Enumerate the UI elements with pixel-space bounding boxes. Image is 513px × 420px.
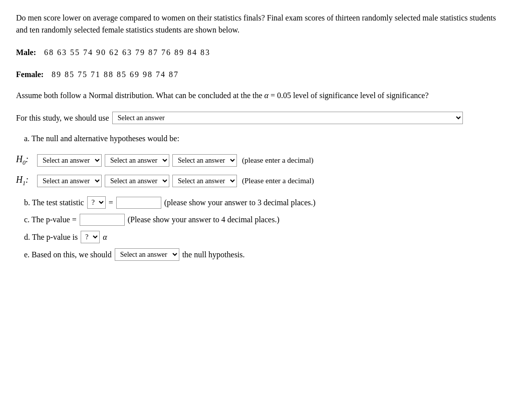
section-c-label: c. The p-value = [24,215,77,224]
study-label: For this study, we should use [16,114,109,123]
section-d-alpha: α [103,233,107,242]
p-value-input[interactable] [80,214,125,226]
section-c-row: c. The p-value = (Please show your answe… [24,214,497,226]
conclusion-select[interactable]: Select an answer reject fail to reject a… [115,248,179,261]
assumption-text: Assume both follow a Normal distribution… [16,90,497,102]
h0-select2[interactable]: Select an answer = < > ≤ ≥ ≠ [105,154,169,167]
h0-select1[interactable]: Select an answer μ₁ μ₂ p₁ p₂ [37,154,102,167]
female-values: 89 85 75 71 88 85 69 98 74 87 [52,70,179,79]
section-b-row: b. The test statistic ? t z = (please sh… [24,196,497,209]
test-statistic-input[interactable] [116,197,161,209]
section-b-label: b. The test statistic [24,198,84,207]
h1-select3[interactable]: Select an answer μ₁ μ₂ p₁ p₂ [172,175,237,187]
test-statistic-select[interactable]: ? t z [87,196,106,209]
equals-sign: = [109,198,113,207]
p-value-comparison-select[interactable]: ? < > = [81,231,100,243]
alpha-symbol: α [265,91,269,100]
male-label: Male: [16,48,36,57]
male-data-row: Male: 68 63 55 74 90 62 63 79 87 76 89 8… [16,46,497,59]
study-row: For this study, we should use Select an … [16,112,497,124]
hypotheses-label: a. The null and alternative hypotheses w… [24,134,497,143]
section-d-label-before: d. The p-value is [24,233,78,242]
female-data-row: Female: 89 85 75 71 88 85 69 98 74 87 [16,68,497,81]
male-values: 68 63 55 74 90 62 63 79 87 76 89 84 83 [44,48,210,57]
h0-select3[interactable]: Select an answer μ₁ μ₂ p₁ p₂ [172,154,237,167]
section-e-label-before: e. Based on this, we should [24,250,112,259]
h1-select2[interactable]: Select an answer = < > ≤ ≥ ≠ [105,175,169,187]
section-e-row: e. Based on this, we should Select an an… [24,248,497,261]
h0-symbol: H0: [16,154,34,167]
study-select[interactable]: Select an answer a two-sample t-test a p… [112,112,463,124]
section-c-note: (Please show your answer to 4 decimal pl… [128,215,280,224]
h1-select1[interactable]: Select an answer μ₁ μ₂ p₁ p₂ [37,175,102,187]
section-d-row: d. The p-value is ? < > = α [24,231,497,243]
section-e-label-after: the null hypothesis. [182,250,245,259]
h1-note: (Please enter a decimal) [242,177,314,185]
intro-text: Do men score lower on average compared t… [16,12,497,36]
h1-symbol: H1: [16,175,34,187]
h0-row: H0: Select an answer μ₁ μ₂ p₁ p₂ Select … [16,154,497,167]
h1-row: H1: Select an answer μ₁ μ₂ p₁ p₂ Select … [16,175,497,187]
section-b: b. The test statistic ? t z = (please sh… [24,196,497,261]
h0-note: (please enter a decimal) [242,156,314,165]
section-b-note: (please show your answer to 3 decimal pl… [164,198,316,207]
female-label: Female: [16,70,44,79]
